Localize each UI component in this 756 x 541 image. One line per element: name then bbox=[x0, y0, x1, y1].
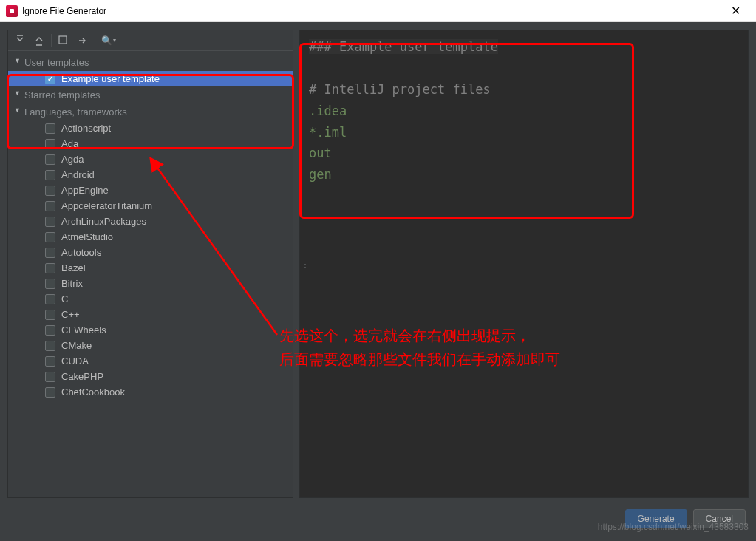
checkbox[interactable] bbox=[45, 263, 55, 273]
tree-item-label: CMake bbox=[61, 340, 92, 351]
checkbox[interactable] bbox=[45, 372, 55, 382]
tree-item[interactable]: AtmelStudio bbox=[8, 229, 293, 245]
tree-item[interactable]: Bazel bbox=[8, 260, 293, 276]
preview-title: ### Example user template bbox=[309, 39, 498, 54]
tree-item[interactable]: CFWheels bbox=[8, 322, 293, 338]
checkbox[interactable] bbox=[45, 232, 55, 242]
separator bbox=[51, 34, 52, 47]
checkbox[interactable] bbox=[45, 387, 55, 398]
app-icon bbox=[6, 5, 18, 17]
checkbox[interactable] bbox=[45, 201, 55, 211]
checkbox[interactable] bbox=[45, 74, 55, 84]
checkbox[interactable] bbox=[45, 186, 55, 196]
chevron-down-icon: ▾ bbox=[113, 37, 116, 44]
tree-item-label: ChefCookbook bbox=[61, 387, 125, 398]
splitter-handle[interactable]: ⋮ bbox=[302, 260, 309, 268]
tree-item[interactable]: C bbox=[8, 291, 293, 307]
checkbox[interactable] bbox=[45, 310, 55, 320]
tree-item[interactable]: CMake bbox=[8, 338, 293, 353]
tree-item-label: AppEngine bbox=[61, 185, 109, 196]
tree-item-label: CFWheels bbox=[61, 324, 106, 336]
preview-pattern: *.iml bbox=[309, 122, 739, 143]
templates-tree[interactable]: User templates Example user template Sta… bbox=[8, 51, 293, 497]
checkbox[interactable] bbox=[45, 279, 55, 289]
templates-panel: 🔍▾ User templates Example user template … bbox=[7, 30, 293, 498]
collapse-all-button[interactable] bbox=[30, 33, 48, 49]
preview-comment: # IntelliJ project files bbox=[309, 79, 739, 101]
tree-item-label: C++ bbox=[61, 309, 80, 320]
button-bar: Generate Cancel bbox=[7, 498, 749, 534]
tree-item[interactable]: AppceleratorTitanium bbox=[8, 198, 293, 214]
tree-item-label: AppceleratorTitanium bbox=[61, 200, 152, 211]
tree-item-label: ArchLinuxPackages bbox=[61, 216, 146, 227]
tree-item-label: Autotools bbox=[61, 247, 101, 258]
checkbox[interactable] bbox=[45, 294, 55, 304]
section-user-templates[interactable]: User templates bbox=[8, 54, 293, 71]
checkbox[interactable] bbox=[45, 170, 55, 180]
expand-all-icon bbox=[15, 35, 25, 46]
checkbox[interactable] bbox=[45, 248, 55, 258]
tree-item[interactable]: AppEngine bbox=[8, 183, 293, 198]
tree-item[interactable]: CUDA bbox=[8, 353, 293, 369]
checkbox[interactable] bbox=[45, 325, 55, 336]
checkbox[interactable] bbox=[45, 139, 55, 149]
expand-all-button[interactable] bbox=[11, 33, 29, 49]
generate-button[interactable]: Generate bbox=[625, 509, 687, 528]
dialog-window: Ignore File Generator ✕ bbox=[0, 0, 756, 541]
search-icon: 🔍 bbox=[101, 35, 112, 46]
preview-pattern: .idea bbox=[309, 101, 739, 122]
dialog-content: 🔍▾ User templates Example user template … bbox=[0, 22, 756, 541]
tree-item-label: Example user template bbox=[61, 73, 160, 84]
preview-pattern: out bbox=[309, 143, 739, 164]
arrow-right-icon bbox=[78, 35, 88, 46]
collapse-all-icon bbox=[34, 35, 44, 46]
tree-item[interactable]: C++ bbox=[8, 307, 293, 322]
arrow-button[interactable] bbox=[74, 33, 92, 49]
tree-item-label: Actionscript bbox=[61, 123, 111, 134]
preview-pattern: gen bbox=[309, 164, 739, 186]
svg-rect-0 bbox=[59, 36, 67, 44]
tree-item-label: AtmelStudio bbox=[61, 231, 113, 242]
tree-item[interactable]: Bitrix bbox=[8, 276, 293, 291]
section-starred-templates[interactable]: Starred templates bbox=[8, 86, 293, 103]
cancel-button[interactable]: Cancel bbox=[693, 509, 746, 528]
tree-item-label: Android bbox=[61, 169, 95, 180]
checkbox[interactable] bbox=[45, 123, 55, 134]
tree-toolbar: 🔍▾ bbox=[8, 30, 293, 51]
checkbox[interactable] bbox=[45, 217, 55, 227]
tree-item[interactable]: Actionscript bbox=[8, 120, 293, 136]
tree-item-example-user-template[interactable]: Example user template bbox=[8, 71, 293, 86]
tree-item-label: CUDA bbox=[61, 355, 89, 367]
tree-item-label: CakePHP bbox=[61, 371, 103, 382]
preview-panel: ### Example user template # IntelliJ pro… bbox=[299, 30, 749, 498]
deselect-button[interactable] bbox=[55, 33, 72, 49]
tree-item[interactable]: CakePHP bbox=[8, 369, 293, 384]
section-languages[interactable]: Languages, frameworks bbox=[8, 103, 293, 120]
tree-item-label: Ada bbox=[61, 138, 78, 149]
checkbox[interactable] bbox=[45, 356, 55, 367]
deselect-icon bbox=[58, 35, 69, 46]
tree-item-label: Bazel bbox=[61, 262, 86, 273]
tree-item-label: C bbox=[61, 293, 68, 304]
tree-item-label: Bitrix bbox=[61, 278, 83, 289]
tree-item-label: Agda bbox=[61, 154, 84, 165]
window-title: Ignore File Generator bbox=[22, 6, 721, 16]
checkbox[interactable] bbox=[45, 154, 55, 165]
checkbox[interactable] bbox=[45, 341, 55, 351]
main-area: 🔍▾ User templates Example user template … bbox=[7, 30, 749, 498]
search-button[interactable]: 🔍▾ bbox=[98, 35, 119, 46]
tree-item[interactable]: Agda bbox=[8, 152, 293, 167]
separator bbox=[95, 34, 95, 47]
tree-item[interactable]: ArchLinuxPackages bbox=[8, 214, 293, 229]
tree-item[interactable]: Autotools bbox=[8, 245, 293, 260]
tree-item[interactable]: Android bbox=[8, 167, 293, 183]
titlebar: Ignore File Generator ✕ bbox=[0, 0, 756, 22]
close-button[interactable]: ✕ bbox=[721, 4, 750, 18]
tree-item[interactable]: ChefCookbook bbox=[8, 384, 293, 400]
tree-item[interactable]: Ada bbox=[8, 136, 293, 152]
